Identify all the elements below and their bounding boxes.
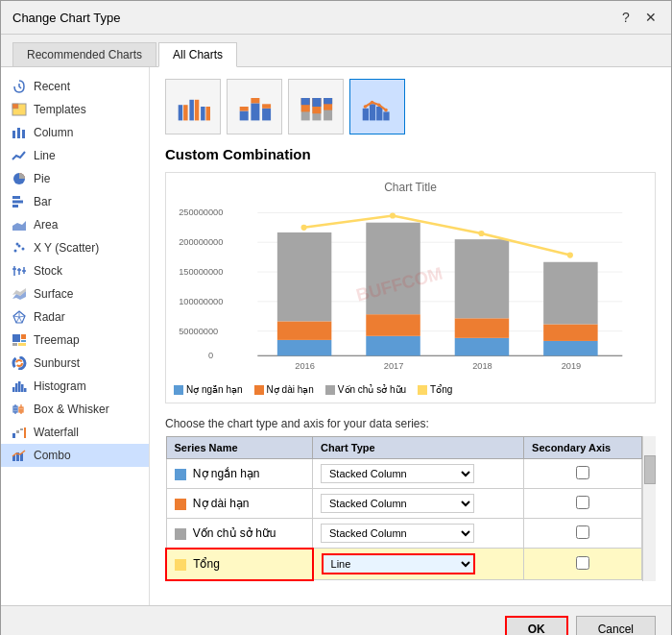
tab-all-charts[interactable]: All Charts — [158, 42, 237, 67]
svg-point-81 — [384, 109, 388, 112]
area-icon — [11, 218, 28, 232]
series-secondary-0[interactable] — [524, 459, 642, 489]
sidebar-item-pie[interactable]: Pie — [1, 167, 149, 190]
svg-text:250000000: 250000000 — [179, 208, 223, 217]
chart-icon-100pct[interactable] — [288, 79, 344, 134]
change-chart-type-dialog: Change Chart Type ? ✕ Recommended Charts… — [0, 0, 672, 635]
sidebar-item-radar[interactable]: Radar — [1, 305, 149, 329]
col-header-series: Series Name — [166, 437, 313, 459]
sidebar-item-waterfall[interactable]: Waterfall — [1, 421, 149, 444]
sidebar-item-stock[interactable]: Stock — [1, 259, 149, 282]
svg-rect-105 — [543, 262, 597, 325]
svg-rect-56 — [195, 100, 200, 121]
sidebar-item-histogram[interactable]: Histogram — [1, 375, 149, 398]
sidebar-item-templates[interactable]: Templates — [1, 98, 149, 121]
series-chart-type-3[interactable]: Stacked Column Clustered Column Line Lin… — [313, 549, 524, 580]
svg-rect-6 — [12, 196, 20, 199]
secondary-checkbox-3[interactable] — [576, 556, 589, 570]
series-chart-type-2[interactable]: Stacked Column Clustered Column Line Lin… — [313, 519, 524, 549]
sidebar: Recent Templates Column Li — [1, 67, 150, 605]
scroll-thumb[interactable] — [644, 455, 656, 484]
svg-rect-61 — [251, 103, 259, 120]
svg-rect-70 — [312, 98, 321, 107]
close-button[interactable]: ✕ — [642, 9, 660, 26]
tabs-header: Recommended Charts All Charts — [1, 35, 671, 67]
svg-rect-3 — [17, 128, 20, 138]
legend-item-1: Nợ dài hạn — [254, 384, 314, 395]
sidebar-item-area[interactable]: Area — [1, 213, 149, 236]
svg-rect-75 — [370, 104, 375, 120]
histogram-icon — [11, 379, 28, 393]
series-secondary-3[interactable] — [524, 549, 642, 580]
col-header-secondary: Secondary Axis — [524, 437, 642, 459]
chart-icon-clustered[interactable] — [165, 79, 221, 134]
svg-rect-39 — [24, 388, 27, 392]
series-color-box-0 — [175, 469, 186, 480]
legend-color-1 — [254, 385, 264, 395]
scrollbar[interactable] — [642, 436, 656, 581]
series-select-0[interactable]: Stacked Column Clustered Column Line Lin… — [321, 464, 474, 483]
series-name-1: Nợ dài hạn — [166, 489, 313, 519]
svg-point-107 — [390, 212, 396, 218]
svg-point-79 — [371, 101, 374, 105]
stock-icon — [11, 264, 28, 278]
treemap-icon — [11, 333, 28, 347]
table-scroll: Series Name Chart Type Secondary Axis Nợ… — [165, 436, 642, 581]
series-secondary-1[interactable] — [524, 489, 642, 519]
sidebar-item-xy[interactable]: X Y (Scatter) — [1, 236, 149, 259]
sidebar-item-bar[interactable]: Bar — [1, 190, 149, 213]
svg-point-33 — [13, 357, 25, 369]
svg-rect-37 — [18, 381, 21, 392]
chart-icon-stacked[interactable] — [227, 79, 282, 134]
svg-rect-8 — [12, 205, 18, 208]
sidebar-item-sunburst-label: Sunburst — [34, 356, 80, 370]
svg-rect-104 — [543, 324, 597, 340]
sidebar-item-bar-label: Bar — [34, 195, 52, 208]
surface-icon — [11, 287, 28, 301]
tab-recommended[interactable]: Recommended Charts — [12, 42, 156, 66]
legend-label-1: Nợ dài hạn — [267, 384, 314, 395]
svg-rect-95 — [277, 321, 331, 340]
svg-marker-9 — [12, 221, 26, 231]
sidebar-item-treemap[interactable]: Treemap — [1, 329, 149, 352]
sidebar-item-line[interactable]: Line — [1, 144, 149, 167]
sidebar-item-sunburst[interactable]: Sunburst — [1, 352, 149, 375]
chart-icon-custom[interactable] — [349, 79, 405, 134]
series-secondary-2[interactable] — [524, 519, 642, 549]
series-chart-type-0[interactable]: Stacked Column Clustered Column Line Lin… — [313, 459, 524, 489]
svg-rect-49 — [24, 427, 26, 438]
cancel-button[interactable]: Cancel — [576, 616, 656, 635]
sunburst-icon — [11, 356, 28, 370]
svg-rect-2 — [12, 131, 15, 138]
combo-icon — [11, 449, 28, 462]
series-select-1[interactable]: Stacked Column Clustered Column Line Lin… — [321, 494, 474, 513]
series-select-3[interactable]: Stacked Column Clustered Column Line Lin… — [322, 553, 475, 574]
secondary-checkbox-1[interactable] — [576, 496, 589, 509]
sidebar-item-column[interactable]: Column — [1, 121, 149, 144]
secondary-checkbox-0[interactable] — [576, 466, 589, 479]
sidebar-item-waterfall-label: Waterfall — [34, 426, 79, 439]
ok-button[interactable]: OK — [505, 616, 568, 635]
svg-rect-31 — [18, 343, 26, 346]
legend-item-2: Vốn chủ sở hữu — [325, 384, 406, 395]
table-row: Vốn chủ sở hữu Stacked Column Clustered … — [166, 519, 642, 549]
help-button[interactable]: ? — [617, 9, 635, 26]
svg-point-34 — [16, 360, 22, 366]
svg-rect-35 — [12, 387, 15, 392]
chart-type-icons-row — [165, 79, 656, 134]
svg-rect-1 — [12, 104, 18, 109]
legend-label-2: Vốn chủ sở hữu — [338, 384, 406, 395]
line-icon — [11, 149, 28, 162]
sidebar-item-box[interactable]: Box & Whisker — [1, 398, 149, 421]
svg-rect-58 — [206, 107, 211, 120]
legend-item-3: Tổng — [418, 384, 452, 395]
sidebar-item-surface[interactable]: Surface — [1, 282, 149, 305]
secondary-checkbox-2[interactable] — [576, 525, 589, 539]
svg-rect-48 — [20, 428, 23, 430]
svg-rect-29 — [21, 334, 26, 339]
series-chart-type-1[interactable]: Stacked Column Clustered Column Line Lin… — [313, 489, 524, 519]
sidebar-item-recent[interactable]: Recent — [1, 75, 149, 98]
svg-point-108 — [478, 231, 484, 236]
series-select-2[interactable]: Stacked Column Clustered Column Line Lin… — [321, 524, 474, 543]
sidebar-item-combo[interactable]: Combo — [1, 444, 149, 467]
